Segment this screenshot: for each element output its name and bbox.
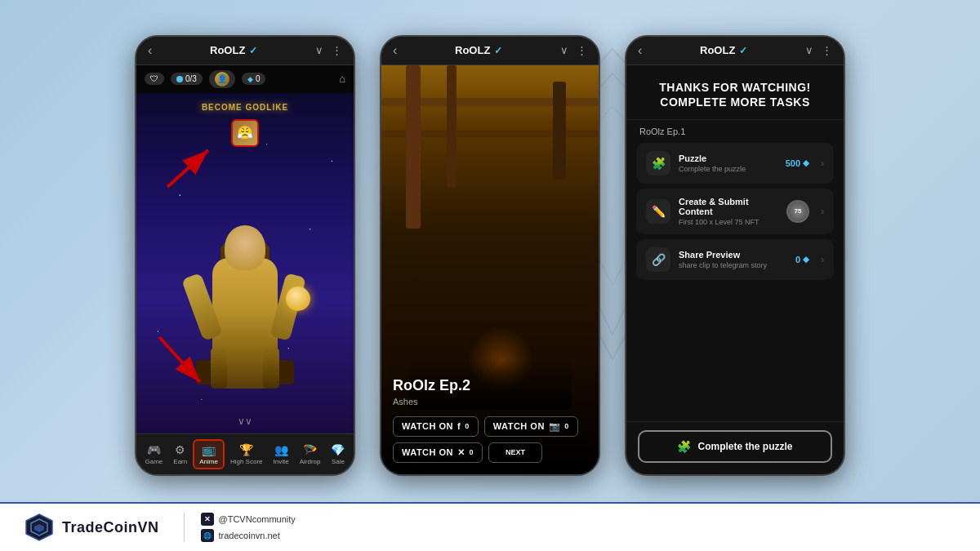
phone3-verified-icon: ✓ [739, 45, 747, 56]
phone3-back-button[interactable]: ‹ [638, 43, 642, 58]
phone3-topbar: ‹ RoOLZ ✓ ∨ ⋮ [626, 37, 844, 65]
task-puzzle-desc: Complete the puzzle [679, 165, 777, 173]
home-icon[interactable]: ⌂ [339, 73, 345, 85]
nav-invite[interactable]: 👥 Invite [269, 441, 294, 468]
ep-label: RoOlz Ep.1 [626, 127, 844, 136]
counter-badge[interactable]: 0/3 [171, 73, 203, 85]
gem-icon: ◆ [247, 75, 253, 83]
social-twitter[interactable]: ✕ @TCVNcommunity [201, 513, 296, 526]
phone1-topbar: ‹ RoOLZ ✓ ∨ ⋮ [136, 37, 354, 65]
hero-avatar-area[interactable]: 😤 [231, 119, 259, 147]
nav-sale-label: Sale [332, 458, 345, 465]
thanks-line1: THANKS FOR WATCHING! [639, 80, 831, 95]
pipe-v-2 [447, 65, 457, 188]
task-share-reward-value: 0 [795, 255, 800, 264]
next-button[interactable]: NEXT [488, 442, 542, 463]
phone-1: ‹ RoOLZ ✓ ∨ ⋮ 🛡 0/3 [135, 35, 355, 476]
phones-area: ‹ RoOLZ ✓ ∨ ⋮ 🛡 0/3 [0, 0, 980, 502]
task-create-name: Create & Submit Content [679, 197, 778, 216]
phone3-chevron-icon[interactable]: ∨ [805, 44, 813, 56]
task-create-desc: First 100 x Level 75 NFT [679, 218, 778, 226]
gem-share-icon: ◆ [803, 255, 809, 264]
highscore-icon: 🏆 [239, 443, 253, 456]
social-web[interactable]: 🌐 tradecoinvn.net [201, 529, 296, 542]
phone3-menu-icon[interactable]: ⋮ [822, 44, 832, 56]
complete-puzzle-button[interactable]: 🧩 Complete the puzzle [638, 430, 832, 463]
gem-badge[interactable]: ◆ 0 [242, 73, 266, 85]
nav-anime-label: Anime [199, 458, 218, 465]
nav-anime[interactable]: 📺 Anime [193, 439, 225, 469]
fb-icon: f [457, 421, 461, 431]
bottom-bar: TradeCoinVN ✕ @TCVNcommunity 🌐 tradecoin… [0, 502, 980, 551]
dot-icon [176, 76, 183, 82]
watch-buttons-group: WATCH ON f 0 WATCH ON 📷 0 WATCH ON ✕ [393, 416, 587, 463]
ep2-title-block: RoOlz Ep.2 Ashes WATCH ON f 0 WATCH ON 📷… [381, 364, 599, 474]
hero-become-text: BECOME GODLIKE [202, 103, 288, 112]
phone2-title-area: RoOLZ ✓ [455, 44, 502, 56]
avatar-badge[interactable]: 👤 [209, 70, 235, 88]
create-task-icon: ✏️ [646, 199, 670, 224]
nav-airdrop[interactable]: 🪂 Airdrop [295, 441, 326, 468]
phone3-app-name: RoOLZ [700, 44, 735, 56]
task-share[interactable]: 🔗 Share Preview share clip to telegram s… [636, 239, 834, 280]
phone-3: ‹ RoOLZ ✓ ∨ ⋮ THANKS FOR WATCHING! COMPL… [625, 35, 845, 476]
task-puzzle[interactable]: 🧩 Puzzle Complete the puzzle 500 ◆ › [636, 143, 834, 184]
nav-earn[interactable]: ⚙ Earn [168, 441, 192, 468]
phone3-topbar-right: ∨ ⋮ [805, 44, 832, 56]
task-share-reward: 0 ◆ [795, 255, 809, 264]
phone1-verified-icon: ✓ [249, 45, 257, 56]
ig-watch-label: WATCH ON [493, 421, 545, 431]
phone3-bottom-area: 🧩 Complete the puzzle [626, 421, 844, 474]
phone3-spacer [626, 287, 844, 421]
puzzle-task-icon: 🧩 [646, 151, 670, 176]
phone2-back-button[interactable]: ‹ [393, 43, 397, 58]
figure-head [225, 225, 265, 270]
phone2-hero: RoOlz Ep.2 Ashes WATCH ON f 0 WATCH ON 📷… [381, 65, 599, 474]
task-create-info: Create & Submit Content First 100 x Leve… [679, 197, 778, 226]
web-url: tradecoinvn.net [219, 531, 280, 540]
task-puzzle-arrow: › [821, 158, 824, 169]
task-puzzle-reward-value: 500 [786, 158, 800, 168]
avatar-box[interactable]: 😤 [231, 119, 259, 147]
watch-facebook-btn[interactable]: WATCH ON f 0 [393, 416, 479, 437]
watch-instagram-btn[interactable]: WATCH ON 📷 0 [484, 416, 578, 437]
gem-count: 0 [256, 74, 261, 83]
fb-count: 0 [465, 422, 470, 430]
nav-highscore[interactable]: 🏆 High Score [225, 441, 268, 468]
nav-airdrop-label: Airdrop [300, 458, 321, 465]
avatar-icon: 👤 [215, 72, 229, 87]
phone3-thanks-header: THANKS FOR WATCHING! COMPLETE MORE TASKS [626, 65, 844, 120]
task-share-arrow: › [821, 254, 824, 265]
svg-line-6 [159, 337, 200, 382]
gem-reward-icon: ◆ [803, 158, 809, 167]
task-share-name: Share Preview [679, 250, 787, 260]
nav-sale[interactable]: 💎 Sale [326, 441, 350, 468]
ig-count: 0 [564, 422, 569, 430]
nav-game[interactable]: 🎮 Game [140, 441, 168, 468]
avatar-face: 😤 [237, 125, 253, 140]
main-wrapper: ‹ RoOLZ ✓ ∨ ⋮ 🛡 0/3 [0, 0, 980, 551]
phone1-chevron-icon[interactable]: ∨ [315, 44, 323, 56]
shield-badge[interactable]: 🛡 [145, 73, 164, 85]
pipe-v-1 [406, 65, 421, 229]
phone2-verified-icon: ✓ [494, 45, 502, 56]
sale-icon: 💎 [331, 443, 345, 456]
phone1-menu-icon[interactable]: ⋮ [332, 44, 342, 56]
puzzle-btn-icon: 🧩 [677, 440, 691, 453]
ig-icon: 📷 [549, 421, 561, 432]
next-label: NEXT [506, 448, 525, 456]
twitter-icon: ✕ [201, 513, 214, 526]
figure-orb [286, 287, 310, 311]
phone2-topbar: ‹ RoOLZ ✓ ∨ ⋮ [381, 37, 599, 65]
nft-badge: 75 [786, 200, 809, 223]
task-create[interactable]: ✏️ Create & Submit Content First 100 x L… [636, 189, 834, 234]
shield-icon: 🛡 [150, 74, 158, 83]
phone1-back-button[interactable]: ‹ [148, 43, 152, 58]
share-task-icon: 🔗 [646, 247, 670, 272]
phone2-chevron-icon[interactable]: ∨ [560, 44, 568, 56]
ep2-title: RoOlz Ep.2 [393, 377, 587, 394]
phone2-menu-icon[interactable]: ⋮ [577, 44, 587, 56]
watch-x-btn[interactable]: WATCH ON ✕ 0 [393, 442, 483, 463]
counter-value: 0/3 [185, 74, 197, 83]
scroll-indicator[interactable]: ∨∨ [238, 415, 252, 427]
